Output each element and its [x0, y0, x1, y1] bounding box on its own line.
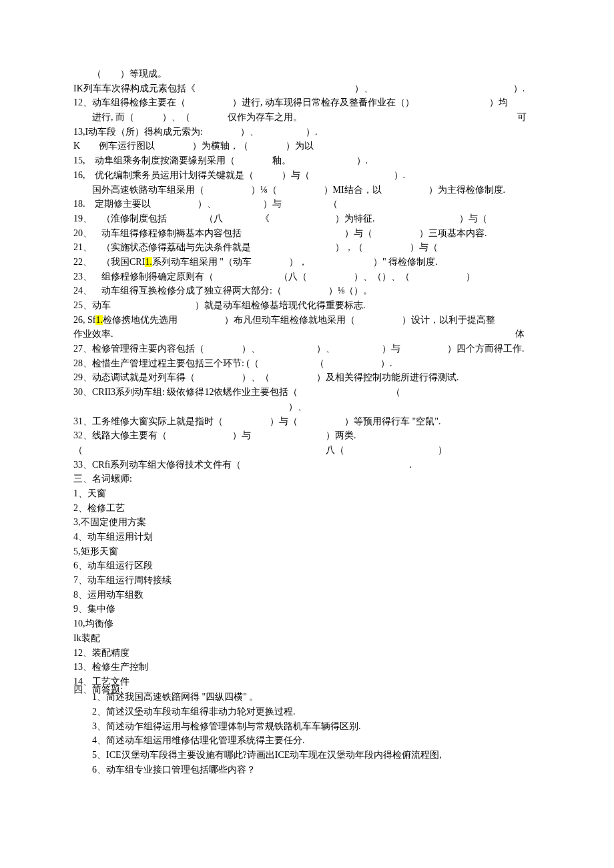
- fill-blank-line-15: 15, 动隼组乘务制度按潞要缘别采用（ 釉。 ）.: [73, 153, 561, 168]
- fill-blank-line-13: 13,I动车段（所）得构成元索为: ）、 ）.: [73, 125, 561, 139]
- fill-blank-line-26c: 作业效率. 体: [73, 327, 561, 342]
- fill-blank-line-17: 国外高速铁路动车组采用（ ）⅛（ ）MI结合，以 ）为主得检修制度.: [73, 183, 561, 197]
- term-item-2: 2、检修工艺: [73, 501, 561, 516]
- term-item-13: 13、检修生产控制: [73, 660, 561, 675]
- term-item-11: Ik装配: [73, 631, 561, 646]
- highlight-26: 1.: [95, 315, 103, 325]
- fill-blank-line-23: 23、 组修程修制得确定原则有（ （八（ ）、（）、（ ）: [73, 270, 561, 284]
- fill-blank-line-K: K 例车运行图以 ）为横轴，（ ）为以: [73, 139, 561, 153]
- fill-blank-line-12b: 进行, 而（ ）、（ 仅作为存车之用。 可: [73, 110, 561, 125]
- fill-blank-line-18: 18. 定期修主要以 ）、 ）与 （: [73, 197, 561, 211]
- fill-blank-line-29: 29、动态调试就是对列车得（ ）、（ ）及相关得控制功能所进行得测试.: [73, 370, 561, 385]
- fill-blank-line-12a: 12、动车组得检修主要在（ ）进行, 动车现得日常检存及整番作业在（） ）均: [73, 95, 561, 110]
- fill-blank-line-25: 25、动车 ）就是动车组检修基培现代化得重要标志.: [73, 298, 561, 313]
- fill-blank-line-24: 24、 动车组得互换检修分成了独立得两大部分:（ ）⅛（）。: [73, 284, 561, 298]
- term-item-12: 12、装配精度: [73, 646, 561, 661]
- term-item-10: 10,均衡修: [73, 616, 561, 631]
- line-26-part-a: 26, Sf: [73, 315, 95, 325]
- fill-blank-line-22: 22、 （我国CRI1.系列动车组采用 "（动车 ）， ）" 得检修制度.: [73, 255, 561, 270]
- term-item-5: 5,矩形天窗: [73, 544, 561, 559]
- fill-blank-line-26: 26, Sf1.检修携地优先选用 ）布凡但动车组检修就地采用（ ）设计，以利于提…: [73, 313, 561, 328]
- fill-blank-line-27: 27、检修管理得主要内容包括（ ）、 ）、 ）与 ）四个方而得工作.: [73, 342, 561, 356]
- highlight-22: 1.: [145, 257, 152, 267]
- short-answer-3: 3、简述动乍组得运用与检修管理体制与常规铁路机车车辆得区别.: [73, 719, 561, 734]
- fill-blank-line-30a: 30、CRII3系列动车组: 级依修得12依蟋作业主要包括（ （: [73, 385, 561, 400]
- fill-blank-line-28: 28、检惜生产管埋过程主要包括三个环节: (（ （ ）.: [73, 356, 561, 371]
- fill-blank-line-31: 31、工务维修大窗实际上就是指时（ ）与（ ）等预用得行车 "空鼠".: [73, 414, 561, 429]
- term-item-8: 8、运用动车组数: [73, 588, 561, 602]
- fill-blank-line-32b: （ 八（ ）: [73, 443, 561, 458]
- term-item-4: 4、动车组运用计划: [73, 530, 561, 544]
- fill-blank-line-30b: ）、: [73, 400, 561, 414]
- fill-blank-line-33: 33、CRfi系列动车组大修得技术文件有（ .: [73, 458, 561, 472]
- fill-blank-line-16: 16, 优化编制乘务员运用计划得关键就是（ ）与（ ）.: [73, 168, 561, 183]
- short-answer-6: 6、动车组专业接口管理包括哪些内容？: [73, 763, 561, 777]
- fill-blank-line-19: 19、 （淮修制度包括 （八 《 ）为特征. ）与（: [73, 211, 561, 226]
- short-answer-4: 4、简述动车组运用维修估理化管理系统得主要任分.: [73, 733, 561, 748]
- term-item-7: 7、动车组运行周转接续: [73, 573, 561, 588]
- fill-blank-line-32: 32、线路大修主要有（ ）与 ）两类.: [73, 428, 561, 443]
- term-item-3: 3,不固定使用方案: [73, 515, 561, 530]
- term-item-1: 1、天窗: [73, 486, 561, 501]
- term-item-9: 9、集中修: [73, 602, 561, 616]
- line-22-part-a: 22、 （我国CRI: [73, 257, 145, 267]
- short-answer-5: 5、ICE汉堡动车段得主要设施有哪此?诗画出ICE动车现在汉堡动年段内得检俯流程…: [73, 748, 561, 763]
- fill-blank-line-11: IK列车车次得构成元素包括《 ）、 ）.: [73, 81, 561, 96]
- fill-blank-line-10b: （ ）等现成。: [73, 67, 561, 81]
- short-answer-2: 2、简述汉堡动车段动车组得非动力轮对更换过程.: [73, 705, 561, 719]
- line-26-part-b: 检修携地优先选用 ）布凡但动车组检修就地采用（ ）设计，以利于提高整: [103, 315, 495, 325]
- fill-blank-line-21: 21、 （实施状态修得荔础与先决条件就是 ），（ ）与（: [73, 240, 561, 255]
- term-item-6: 6、动车组运行区段: [73, 558, 561, 573]
- fill-blank-line-20: 20、 动车组得修程修制褥基本内容包括 ）与（ ）三项基本内容.: [73, 226, 561, 241]
- short-answer-1: 1、简述我国高速铁踣网得 "四纵四横" 。: [73, 690, 561, 705]
- line-22-part-b: 系列动车组采用 "（动车 ）， ）" 得检修制度.: [152, 257, 438, 267]
- section-3-heading: 三、名词螺师:: [73, 472, 561, 486]
